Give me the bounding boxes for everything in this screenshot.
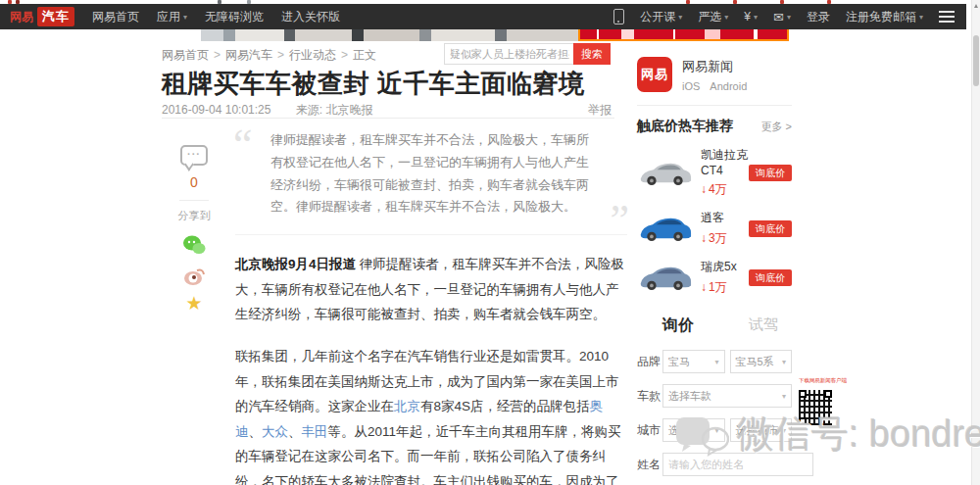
article-source[interactable]: 北京晚报 (325, 103, 372, 117)
search-input[interactable] (444, 43, 575, 65)
comment-icon[interactable]: ··· (180, 145, 208, 166)
weibo-icon[interactable] (182, 267, 206, 286)
model-select[interactable]: 选择车款▾ (662, 384, 792, 408)
chevron-down-icon: ▾ (183, 13, 187, 22)
price-drop-value: 3万 (709, 231, 727, 245)
breadcrumb-current: 正文 (353, 48, 376, 62)
open-quote-icon: “ (233, 123, 253, 167)
price-drop-icon: ↓ (701, 182, 707, 196)
source-label: 来源: (296, 103, 322, 117)
scrollbar[interactable] (971, 0, 980, 485)
tab-inquiry[interactable]: 询价 (662, 315, 694, 336)
nav-register-mail[interactable]: 注册免费邮箱▾ (846, 9, 923, 25)
form-row-brand: 品牌 宝马▾ 宝马5系▾ (637, 350, 792, 373)
nav-care-edition[interactable]: 进入关怀版 (281, 9, 340, 25)
mobile-icon[interactable] (613, 9, 624, 24)
nav-mail[interactable]: ✉▾ (773, 10, 791, 24)
scrollbar-thumb[interactable] (973, 35, 979, 86)
ad-banner[interactable] (201, 29, 789, 41)
article-body: “ 律师提醒读者，租车牌买车并不合法，风险极大，车辆所有权登记在他人名下，一旦登… (235, 121, 627, 485)
model-label: 车款 (637, 388, 662, 405)
nav-yanxuan[interactable]: 严选▾ (698, 9, 728, 25)
ask-price-button[interactable]: 询底价 (749, 269, 792, 286)
breadcrumb-channel[interactable]: 行业动态 (289, 48, 336, 62)
link-volkswagen[interactable]: 大众 (262, 424, 288, 439)
chevron-down-icon: ▾ (782, 392, 786, 401)
car-item-qashqai[interactable]: 逍客 ↓3万 询底价 (637, 210, 792, 247)
comment-count[interactable]: 0 (176, 174, 212, 190)
report-link[interactable]: 举报 (588, 102, 612, 119)
inquiry-tabs: 询价 试驾 (637, 315, 792, 336)
close-quote-icon: ” (610, 199, 629, 242)
logo-prefix: 网易 (10, 9, 33, 25)
brand-label: 品牌 (637, 354, 662, 370)
form-row-model: 车款 选择车款▾ (637, 384, 792, 408)
price-drop-icon: ↓ (701, 231, 707, 245)
share-label: 分享到 (176, 209, 212, 223)
link-toyota[interactable]: 丰田 (302, 424, 328, 439)
scroll-up-icon[interactable] (974, 4, 978, 8)
favorite-star-icon[interactable]: ★ (176, 294, 212, 313)
car-item-tiggo-5x[interactable]: 瑞虎5x ↓1万 询底价 (637, 259, 792, 296)
nav-home[interactable]: 网易首页 (92, 9, 139, 25)
chevron-down-icon: ▾ (754, 13, 758, 22)
series-select[interactable]: 宝马5系▾ (730, 350, 793, 373)
chevron-down-icon: ▾ (724, 13, 728, 22)
chevron-down-icon: ▾ (782, 426, 786, 435)
qr-block: 下载网易新闻客户端 (799, 377, 858, 425)
car-name: 瑞虎5x (701, 259, 749, 275)
app-name: 网易新闻 (682, 58, 747, 75)
breadcrumb: 网易首页>网易汽车>行业动态>正文 (162, 47, 376, 64)
nav-accessibility[interactable]: 无障碍浏览 (205, 9, 264, 25)
car-photo (637, 213, 692, 244)
app-ios-link[interactable]: iOS (682, 80, 700, 92)
divider (179, 200, 209, 201)
chevron-down-icon: ▾ (919, 13, 923, 22)
app-android-link[interactable]: Android (710, 80, 747, 92)
quote-text: 律师提醒读者，租车牌买车并不合法，风险极大，车辆所有权登记在他人名下，一旦登记的… (270, 132, 589, 214)
name-label: 姓名 (637, 457, 662, 473)
car-item-cadillac-ct4[interactable]: 凯迪拉克CT4 ↓4万 询底价 (637, 147, 792, 198)
hot-cars-more-link[interactable]: 更多 > (761, 120, 792, 134)
mail-icon: ✉ (773, 10, 784, 24)
report-lead: 北京晚报9月4日报道 (235, 257, 356, 271)
price-drop-value: 1万 (709, 280, 727, 294)
hot-cars-title: 触底价热车推荐 (637, 118, 733, 135)
ad-banner-photo (201, 29, 578, 41)
nav-open-course[interactable]: 公开课▾ (640, 9, 682, 25)
chevron-down-icon: ▾ (787, 13, 791, 22)
chevron-down-icon: ▾ (714, 426, 718, 435)
sidebar: 网易 网易新闻 iOS Android 触底价热车推荐 更多 > 凯迪拉 (637, 57, 792, 476)
nav-login[interactable]: 登录 (807, 9, 830, 25)
breadcrumb-auto[interactable]: 网易汽车 (225, 48, 272, 62)
netease-auto-logo[interactable]: 网易 汽车 (10, 7, 74, 26)
breadcrumb-home[interactable]: 网易首页 (162, 48, 209, 62)
menu-icon[interactable] (939, 11, 955, 13)
netease-app-icon: 网易 (637, 57, 672, 92)
nav-app[interactable]: 应用▾ (157, 9, 187, 25)
page-title: 租牌买车车被查封 近千车主面临窘境 (162, 67, 710, 101)
article-meta: 2016-09-04 10:01:25 来源: 北京晚报 (162, 102, 614, 119)
form-row-name: 姓名 (637, 453, 792, 476)
page: 网易 汽车 网易首页 应用▾ 无障碍浏览 进入关怀版 公开课▾ 严选▾ ¥▾ ✉… (0, 0, 980, 485)
link-beijing[interactable]: 北京 (394, 399, 420, 413)
brand-select[interactable]: 宝马▾ (662, 350, 725, 373)
name-input[interactable] (662, 453, 813, 476)
divider (162, 118, 614, 119)
paragraph-1: 北京晚报9月4日报道 律师提醒读者，租车牌买车并不合法，风险极大，车辆所有权登记… (235, 252, 627, 327)
province-select[interactable]: 选择省▾ (662, 418, 725, 442)
news-app-promo[interactable]: 网易 网易新闻 iOS Android (637, 57, 792, 92)
tab-test-drive[interactable]: 试驾 (749, 315, 778, 336)
ask-price-button[interactable]: 询底价 (749, 220, 792, 237)
share-rail: ··· 0 分享到 ★ (176, 145, 212, 313)
search-button[interactable]: 搜索 (573, 43, 611, 65)
wechat-icon[interactable] (182, 235, 206, 255)
car-name: 凯迪拉克CT4 (701, 147, 749, 177)
ask-price-button[interactable]: 询底价 (749, 165, 792, 181)
logo-auto: 汽车 (37, 7, 74, 26)
car-name: 逍客 (701, 210, 749, 226)
form-row-city: 城市 选择省▾ 选择城市▾ (637, 418, 792, 442)
city-select[interactable]: 选择城市▾ (730, 418, 793, 442)
nav-finance[interactable]: ¥▾ (744, 10, 758, 24)
lawyer-quote-block: “ 律师提醒读者，租车牌买车并不合法，风险极大，车辆所有权登记在他人名下，一旦登… (235, 121, 627, 235)
